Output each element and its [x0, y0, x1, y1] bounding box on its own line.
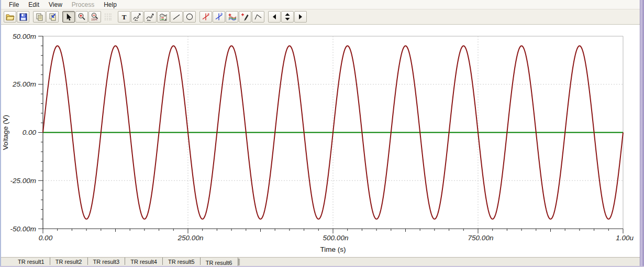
zoom-in-button[interactable] [75, 11, 88, 23]
grid-button [102, 11, 114, 23]
open-folder-icon [6, 13, 15, 21]
open-button[interactable] [4, 11, 16, 23]
arc-icon [254, 13, 262, 21]
y-axis-title: Voltage (V) [2, 115, 9, 150]
toolbar: 100% T [1, 9, 640, 25]
ellipse-tool-button[interactable] [183, 11, 196, 23]
waveform-chart[interactable]: 0.00250.00n500.00n750.00n1.00u50.00m25.0… [1, 25, 637, 257]
zoom-in-icon [77, 13, 86, 21]
annotate-pen-button[interactable] [239, 11, 251, 23]
up-down-spinner-icon [284, 13, 291, 21]
menu-edit[interactable]: Edit [24, 1, 44, 9]
menu-process: Process [67, 1, 99, 9]
text-tool-glyph: T [122, 13, 127, 21]
x-tick-label: 0.00 [39, 234, 53, 242]
prev-page-button[interactable] [268, 11, 281, 23]
copy-arrow-icon [49, 13, 57, 21]
x-axis-title: Time (s) [320, 245, 346, 253]
autoscale-curve-a-button[interactable] [131, 11, 143, 23]
arc-tool-button[interactable] [252, 11, 264, 23]
menu-view[interactable]: View [44, 1, 67, 9]
legend-icon [159, 13, 168, 21]
y-tick-label: 0.00 [23, 129, 37, 136]
add-curves-button[interactable] [226, 11, 238, 23]
annotate-pen-icon [241, 13, 249, 21]
line-tool-button[interactable] [170, 11, 183, 23]
tab-tr-result1[interactable]: TR result1 [13, 258, 50, 265]
right-arrow-icon [298, 14, 303, 20]
cursor-a-glyph: a [207, 13, 209, 16]
tab-tr-result4[interactable]: TR result4 [125, 258, 163, 265]
select-cursor-button[interactable] [62, 11, 75, 23]
result-tab-bar: TR result1 TR result2 TR result3 TR resu… [1, 257, 640, 266]
save-floppy-icon [19, 13, 27, 21]
menu-bar: File Edit View Process Help [1, 0, 640, 9]
tab-strip-end [238, 259, 240, 265]
text-icon: T [120, 13, 128, 21]
x-tick-label: 750.00n [468, 234, 494, 242]
zoom-out-100-button[interactable]: 100% [88, 11, 101, 23]
y-tick-label: -25.00m [10, 177, 36, 185]
grid-icon [104, 13, 112, 20]
line-icon [172, 13, 181, 21]
ellipse-icon [185, 13, 194, 21]
cursor-a-button[interactable]: a [199, 11, 212, 23]
x-tick-label: 1.00u [616, 234, 634, 242]
series-transient-sine-output [43, 46, 623, 219]
tab-tr-result6[interactable]: TR result6 [201, 258, 238, 266]
page-spinner-button[interactable] [281, 11, 294, 23]
y-tick-label: 50.00m [13, 33, 36, 40]
zoom-out-icon: 100% [91, 13, 99, 21]
tab-tr-result5[interactable]: TR result5 [163, 258, 201, 265]
left-arrow-icon [272, 14, 277, 20]
tab-tr-result3[interactable]: TR result3 [88, 258, 126, 265]
cursor-b-icon: b [215, 13, 223, 21]
x-tick-label: 500.00n [323, 234, 349, 242]
cursor-b-button[interactable]: b [213, 11, 225, 23]
text-tool-button[interactable]: T [118, 11, 130, 23]
copy-special-button[interactable] [46, 11, 59, 23]
copy-icon [36, 13, 43, 21]
zoom-out-caption: 100% [91, 18, 97, 21]
window-right-border [640, 0, 644, 267]
add-curves-icon [228, 13, 237, 21]
cursor-a-icon: a [202, 13, 210, 21]
autoscale-curve-icon [133, 13, 141, 21]
next-page-button[interactable] [294, 11, 307, 23]
tab-tr-result2[interactable]: TR result2 [50, 258, 88, 265]
autoscale-curve-b-button[interactable] [144, 11, 157, 23]
save-button[interactable] [17, 11, 29, 23]
cursor-b-glyph: b [220, 13, 223, 16]
copy-button[interactable] [33, 11, 46, 23]
legend-button[interactable] [157, 11, 170, 23]
chart-panel: 0.00250.00n500.00n750.00n1.00u50.00m25.0… [1, 25, 640, 257]
y-tick-label: -50.00m [10, 225, 36, 233]
menu-file[interactable]: File [4, 1, 24, 9]
x-tick-label: 250.00n [177, 234, 204, 242]
menu-help[interactable]: Help [99, 1, 121, 9]
y-tick-label: 25.00m [12, 80, 36, 88]
arrow-cursor-icon [65, 13, 72, 21]
autoscale-axes-icon [146, 13, 154, 21]
